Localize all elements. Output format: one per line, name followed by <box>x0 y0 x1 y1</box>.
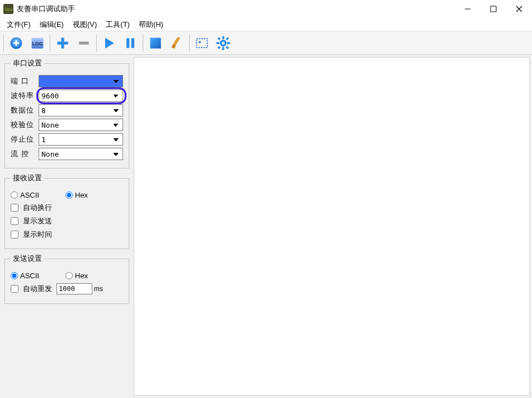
parity-select[interactable]: None <box>39 119 123 131</box>
app-icon: Spu <box>3 4 13 14</box>
minus-icon <box>76 35 92 51</box>
send-ascii-radio[interactable] <box>11 272 18 279</box>
menubar: 文件(F) 编辑(E) 视图(V) 工具(T) 帮助(H) <box>0 18 532 31</box>
svg-marker-12 <box>105 38 114 48</box>
minimize-button[interactable] <box>455 0 481 18</box>
svg-rect-15 <box>150 38 161 48</box>
menu-view[interactable]: 视图(V) <box>68 18 101 31</box>
send-hex-label: Hex <box>75 271 88 280</box>
add-circle-icon <box>8 35 24 51</box>
send-settings-group: 发送设置 ASCII Hex 自动重发 ms <box>4 254 129 304</box>
log-button[interactable]: LOG <box>27 33 48 53</box>
clear-button[interactable] <box>167 33 187 53</box>
separator <box>50 35 50 51</box>
svg-rect-13 <box>126 38 129 48</box>
pause-icon <box>123 35 138 51</box>
svg-rect-28 <box>218 46 221 49</box>
resend-interval-input[interactable] <box>57 283 92 294</box>
svg-text:LOG: LOG <box>32 40 43 46</box>
new-window-button[interactable] <box>192 33 212 53</box>
port-label: 端 口 <box>11 76 39 86</box>
svg-point-21 <box>221 40 226 45</box>
recv-hex-radio[interactable] <box>65 191 73 199</box>
remove-button[interactable] <box>74 33 94 53</box>
menu-file[interactable]: 文件(F) <box>2 18 35 31</box>
svg-rect-22 <box>222 36 224 39</box>
window-controls <box>455 0 532 18</box>
output-area[interactable] <box>134 57 530 396</box>
svg-rect-24 <box>216 42 219 44</box>
interval-unit: ms <box>94 285 103 293</box>
svg-rect-20 <box>200 40 200 43</box>
stop-bits-select[interactable]: 1 <box>39 133 123 146</box>
svg-rect-27 <box>226 37 229 40</box>
play-icon <box>101 35 117 51</box>
window-button[interactable] <box>145 33 166 53</box>
titlebar: Spu 友善串口调试助手 <box>0 0 532 18</box>
baud-label: 波特率 <box>11 91 39 101</box>
svg-marker-16 <box>173 36 180 45</box>
port-select[interactable] <box>39 75 123 87</box>
start-button[interactable] <box>99 33 119 53</box>
send-hex-radio[interactable] <box>65 272 73 279</box>
show-time-checkbox[interactable] <box>11 231 18 238</box>
separator <box>96 35 97 51</box>
svg-rect-23 <box>222 47 224 50</box>
toolbar: LOG <box>0 31 532 55</box>
separator <box>189 35 190 51</box>
data-bits-label: 数据位 <box>11 105 39 115</box>
brush-icon <box>169 35 185 51</box>
recv-settings-legend: 接收设置 <box>11 173 44 183</box>
show-send-label: 显示发送 <box>23 216 52 226</box>
svg-rect-11 <box>79 41 89 44</box>
flow-label: 流 控 <box>11 149 39 159</box>
auto-resend-label: 自动重发 <box>23 284 52 294</box>
flow-select[interactable]: None <box>39 148 123 160</box>
show-time-label: 显示时间 <box>23 230 52 240</box>
serial-settings-legend: 串口设置 <box>11 58 44 68</box>
send-ascii-label: ASCII <box>20 271 39 280</box>
menu-edit[interactable]: 编辑(E) <box>35 18 68 31</box>
recv-ascii-label: ASCII <box>20 191 39 199</box>
new-window-icon <box>194 35 210 51</box>
menu-tools[interactable]: 工具(T) <box>101 18 134 31</box>
maximize-button[interactable] <box>481 0 506 18</box>
separator <box>143 35 143 51</box>
recv-ascii-radio[interactable] <box>11 191 18 199</box>
parity-label: 校验位 <box>11 120 39 130</box>
separator <box>3 35 4 51</box>
stop-bits-label: 停止位 <box>11 134 39 144</box>
svg-rect-26 <box>218 37 221 40</box>
recv-hex-label: Hex <box>75 191 88 199</box>
send-settings-legend: 发送设置 <box>11 254 44 264</box>
svg-rect-25 <box>227 42 230 44</box>
log-icon: LOG <box>30 35 45 51</box>
data-bits-select[interactable]: 8 <box>39 104 123 116</box>
svg-rect-29 <box>226 46 229 49</box>
svg-rect-14 <box>131 38 134 48</box>
svg-rect-1 <box>491 6 496 12</box>
plus-icon <box>55 35 70 51</box>
menu-help[interactable]: 帮助(H) <box>134 18 168 31</box>
serial-settings-group: 串口设置 端 口 波特率 9600 数据位 8 <box>4 58 129 168</box>
window-title: 友善串口调试助手 <box>17 4 455 14</box>
main-area: 串口设置 端 口 波特率 9600 数据位 8 <box>0 55 532 398</box>
show-send-checkbox[interactable] <box>11 217 18 225</box>
add-button[interactable] <box>53 33 73 53</box>
auto-resend-checkbox[interactable] <box>11 285 18 293</box>
svg-rect-18 <box>196 39 207 48</box>
window-icon <box>148 35 163 51</box>
close-button[interactable] <box>506 0 532 18</box>
recv-settings-group: 接收设置 ASCII Hex 自动换行 显示发送 <box>4 173 129 249</box>
auto-wrap-label: 自动换行 <box>23 203 52 213</box>
sidebar: 串口设置 端 口 波特率 9600 数据位 8 <box>0 55 134 398</box>
add-port-button[interactable] <box>6 33 26 53</box>
gear-icon <box>215 35 231 51</box>
svg-rect-10 <box>57 41 68 44</box>
settings-button[interactable] <box>213 33 233 53</box>
baud-select[interactable]: 9600 <box>39 90 123 102</box>
pause-button[interactable] <box>120 33 140 53</box>
auto-wrap-checkbox[interactable] <box>11 204 18 212</box>
